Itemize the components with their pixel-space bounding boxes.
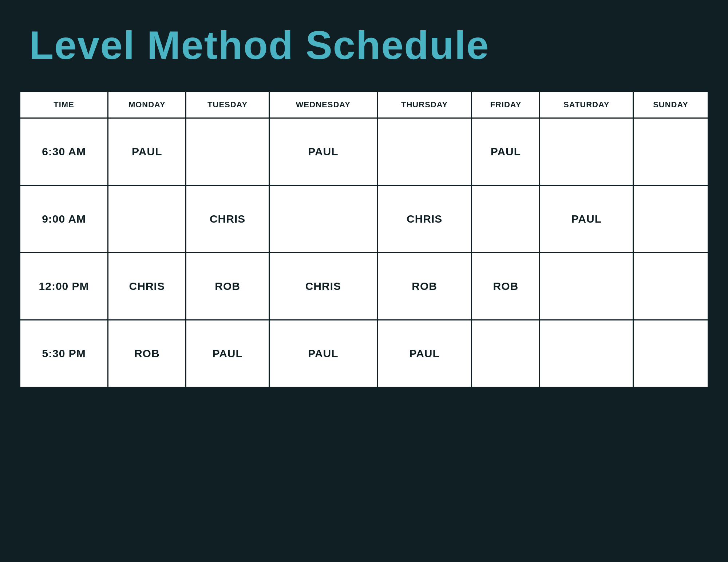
- cell-900-AM-thursday: CHRIS: [377, 186, 472, 253]
- cell-1200-PM-time: 12:00 PM: [20, 253, 108, 320]
- cell-900-AM-wednesday: [269, 186, 377, 253]
- cell-900-AM-time: 9:00 AM: [20, 186, 108, 253]
- cell-1200-PM-sunday: [633, 253, 708, 320]
- cell-900-AM-monday: [108, 186, 186, 253]
- table-body: 6:30 AMPAULPAULPAUL9:00 AMCHRISCHRISPAUL…: [20, 118, 708, 387]
- cell-630-AM-friday: PAUL: [472, 118, 540, 186]
- cell-1200-PM-wednesday: CHRIS: [269, 253, 377, 320]
- table-row: 5:30 PMROBPAULPAULPAUL: [20, 320, 708, 387]
- col-wednesday: WEDNESDAY: [269, 92, 377, 118]
- page-title: Level Method Schedule: [29, 22, 699, 68]
- col-monday: MONDAY: [108, 92, 186, 118]
- cell-1200-PM-monday: CHRIS: [108, 253, 186, 320]
- header-row: TIME MONDAY TUESDAY WEDNESDAY THURSDAY F…: [20, 92, 708, 118]
- table-row: 6:30 AMPAULPAULPAUL: [20, 118, 708, 186]
- cell-630-AM-tuesday: [186, 118, 269, 186]
- cell-630-AM-wednesday: PAUL: [269, 118, 377, 186]
- cell-1200-PM-friday: ROB: [472, 253, 540, 320]
- cell-530-PM-monday: ROB: [108, 320, 186, 387]
- cell-530-PM-saturday: [540, 320, 633, 387]
- cell-900-AM-saturday: PAUL: [540, 186, 633, 253]
- cell-530-PM-time: 5:30 PM: [20, 320, 108, 387]
- title-container: Level Method Schedule: [0, 0, 728, 79]
- cell-630-AM-sunday: [633, 118, 708, 186]
- cell-1200-PM-thursday: ROB: [377, 253, 472, 320]
- cell-630-AM-monday: PAUL: [108, 118, 186, 186]
- schedule-container: TIME MONDAY TUESDAY WEDNESDAY THURSDAY F…: [18, 90, 710, 389]
- col-tuesday: TUESDAY: [186, 92, 269, 118]
- cell-530-PM-wednesday: PAUL: [269, 320, 377, 387]
- cell-530-PM-friday: [472, 320, 540, 387]
- cell-900-AM-sunday: [633, 186, 708, 253]
- schedule-table: TIME MONDAY TUESDAY WEDNESDAY THURSDAY F…: [19, 91, 709, 388]
- cell-630-AM-thursday: [377, 118, 472, 186]
- cell-630-AM-time: 6:30 AM: [20, 118, 108, 186]
- cell-1200-PM-tuesday: ROB: [186, 253, 269, 320]
- cell-1200-PM-saturday: [540, 253, 633, 320]
- col-thursday: THURSDAY: [377, 92, 472, 118]
- cell-530-PM-tuesday: PAUL: [186, 320, 269, 387]
- table-row: 12:00 PMCHRISROBCHRISROBROB: [20, 253, 708, 320]
- cell-630-AM-saturday: [540, 118, 633, 186]
- col-sunday: SUNDAY: [633, 92, 708, 118]
- col-friday: FRIDAY: [472, 92, 540, 118]
- cell-530-PM-thursday: PAUL: [377, 320, 472, 387]
- table-header: TIME MONDAY TUESDAY WEDNESDAY THURSDAY F…: [20, 92, 708, 118]
- col-saturday: SATURDAY: [540, 92, 633, 118]
- cell-530-PM-sunday: [633, 320, 708, 387]
- cell-900-AM-tuesday: CHRIS: [186, 186, 269, 253]
- table-row: 9:00 AMCHRISCHRISPAUL: [20, 186, 708, 253]
- cell-900-AM-friday: [472, 186, 540, 253]
- col-time: TIME: [20, 92, 108, 118]
